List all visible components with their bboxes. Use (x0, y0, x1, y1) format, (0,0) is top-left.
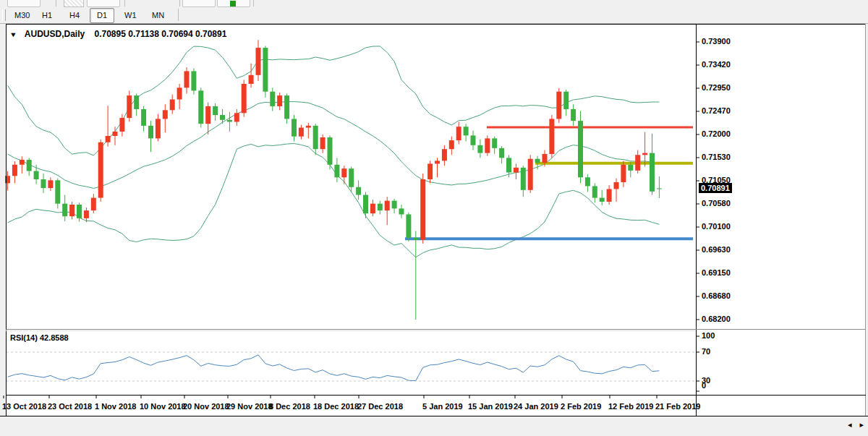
timeframe-button-d1[interactable]: D1 (90, 8, 114, 23)
timeframe-button-h1[interactable]: H1 (35, 8, 59, 23)
toolbar-separator (56, 0, 56, 7)
price-axis-label: 0.73900 (702, 37, 731, 46)
chart-ohlc-values: 0.70895 0.71138 0.70694 0.70891 (95, 29, 227, 39)
date-axis-label: 15 Jan 2019 (468, 402, 513, 411)
date-axis-label: 5 Jan 2019 (422, 402, 463, 411)
rsi-indicator-label: RSI(14) 42.8588 (10, 333, 69, 342)
tab-scroll-left-icon[interactable]: ◂ (848, 420, 855, 429)
price-axis-label: 0.70100 (702, 222, 731, 231)
date-axis-label: 24 Jan 2019 (514, 402, 558, 411)
tab-scroll-right-icon[interactable]: ▸ (859, 420, 867, 429)
toolbar-button-partial[interactable] (64, 0, 84, 7)
date-axis-label: 27 Dec 2018 (357, 402, 403, 411)
price-axis-label: 0.69630 (702, 245, 731, 254)
timeframe-button-mn[interactable]: MN (145, 8, 171, 23)
toolbar-separator (179, 0, 180, 7)
chart-symbol-label: AUDUSD,Daily (25, 29, 85, 39)
date-axis-label: 29 Nov 2018 (226, 402, 273, 411)
date-axis-label: 1 Nov 2018 (95, 402, 136, 411)
toolbar-button-partial[interactable] (7, 0, 41, 7)
date-axis-label: 20 Nov 2018 (183, 402, 229, 411)
price-axis-label: 0.69150 (702, 268, 731, 277)
chart-title: ▼ AUDUSD,Daily 0.70895 0.71138 0.70694 0… (10, 29, 226, 39)
rsi-axis-label: 70 (702, 347, 710, 356)
timeframe-button-m30[interactable]: M30 (7, 8, 37, 23)
date-axis-label: 8 Dec 2018 (269, 402, 310, 411)
chart-window[interactable] (6, 24, 866, 416)
toolbar-grip[interactable] (2, 9, 6, 21)
date-axis-label: 21 Feb 2019 (655, 402, 700, 411)
price-axis-label: 0.73420 (702, 60, 731, 69)
date-axis-label: 2 Feb 2019 (561, 402, 601, 411)
price-axis-label: 0.71050 (702, 176, 731, 184)
price-axis-label: 0.68200 (702, 315, 731, 323)
toolbar-button-partial[interactable] (182, 0, 216, 7)
date-axis-label: 13 Oct 2018 (2, 402, 46, 411)
toolbar-separator (124, 0, 125, 7)
price-axis-label: 0.72000 (702, 129, 731, 138)
timeframe-toolbar: M30H1H4D1W1MN (0, 7, 868, 24)
date-axis-label: 18 Dec 2018 (313, 402, 359, 411)
current-price-tag: 0.70891 (699, 183, 732, 193)
price-axis-label: 0.72950 (702, 83, 731, 92)
date-axis-label: 12 Feb 2019 (608, 402, 653, 411)
timeframe-button-w1[interactable]: W1 (117, 8, 144, 23)
price-axis-label: 0.72470 (702, 106, 731, 115)
price-axis-label: 0.70580 (702, 199, 731, 208)
chart-active-indicator-icon (230, 1, 236, 7)
toolbar-separator (253, 0, 254, 7)
toolbar-button-partial[interactable] (87, 0, 120, 7)
tab-scroll-arrows: ◂ ▸ (848, 420, 867, 429)
rsi-axis-label: 100 (702, 331, 715, 340)
price-axis-label: 0.68680 (702, 291, 731, 300)
date-axis-label: 23 Oct 2018 (48, 402, 92, 411)
date-axis-label: 10 Nov 2018 (140, 402, 186, 411)
rsi-axis-label: 0 (702, 381, 706, 390)
toolbar-separator (178, 9, 179, 21)
chart-dropdown-icon[interactable]: ▼ (9, 31, 17, 38)
timeframe-button-h4[interactable]: H4 (62, 8, 87, 23)
price-axis-label: 0.71530 (702, 153, 731, 161)
trading-terminal-window: M30H1H4D1W1MN ▼ AUDUSD,Daily 0.70895 0.7… (0, 0, 868, 436)
